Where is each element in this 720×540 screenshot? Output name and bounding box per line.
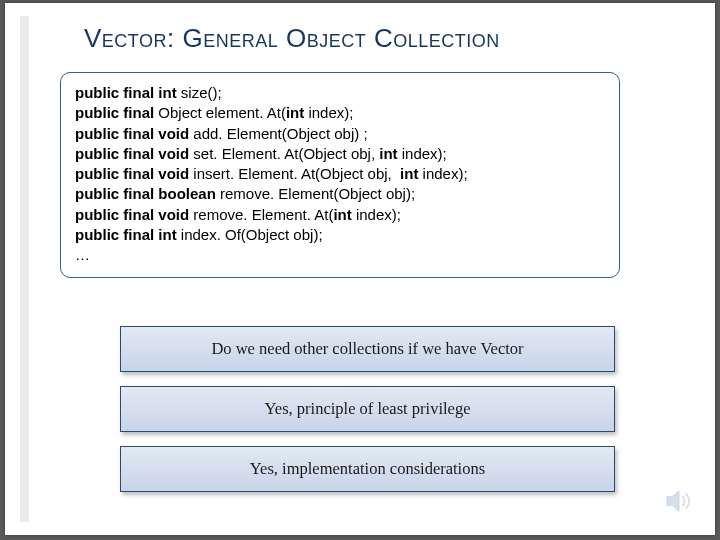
code-line: public final void set. Element. At(Objec…	[75, 144, 605, 164]
code-box: public final int size();public final Obj…	[60, 72, 620, 278]
callout-stack: Do we need other collections if we have …	[120, 326, 615, 492]
code-line: public final void insert. Element. At(Ob…	[75, 164, 605, 184]
code-ellipsis: …	[75, 245, 605, 265]
callout-answer-2: Yes, implementation considerations	[120, 446, 615, 492]
code-line: public final Object element. At(int inde…	[75, 103, 605, 123]
code-line: public final int index. Of(Object obj);	[75, 225, 605, 245]
code-line: public final void remove. Element. At(in…	[75, 205, 605, 225]
speaker-icon	[665, 489, 693, 513]
code-line: public final int size();	[75, 83, 605, 103]
slide: Vector: General Object Collection public…	[5, 3, 715, 535]
callout-question: Do we need other collections if we have …	[120, 326, 615, 372]
callout-answer-1: Yes, principle of least privilege	[120, 386, 615, 432]
slide-title: Vector: General Object Collection	[84, 23, 690, 54]
slide-content: Vector: General Object Collection public…	[60, 23, 690, 520]
left-accent-rail	[20, 16, 29, 522]
code-line: public final void add. Element(Object ob…	[75, 124, 605, 144]
code-line: public final boolean remove. Element(Obj…	[75, 184, 605, 204]
